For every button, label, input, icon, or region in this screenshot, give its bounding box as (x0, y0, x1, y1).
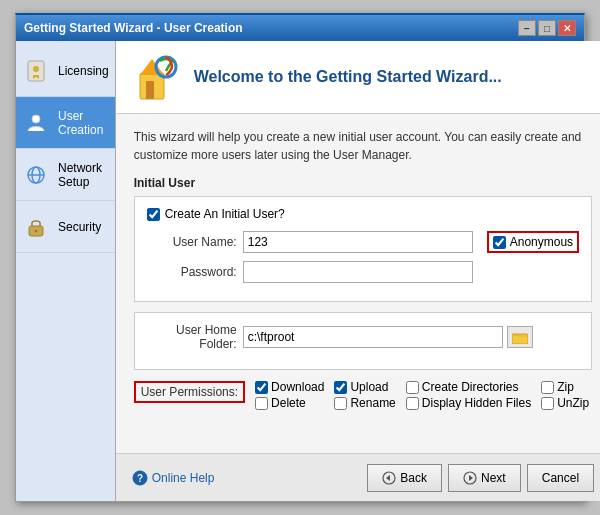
perm-hidden-files-label: Display Hidden Files (422, 396, 531, 410)
next-label: Next (481, 471, 506, 485)
user-creation-icon (22, 109, 50, 137)
create-user-label: Create An Initial User? (165, 207, 285, 221)
svg-point-1 (33, 66, 39, 72)
perm-delete-checkbox[interactable] (255, 397, 268, 410)
permissions-label: User Permissions: (134, 381, 245, 403)
username-row: User Name: Anonymous (147, 231, 579, 253)
footer-buttons: Back Next Cancel (367, 464, 594, 492)
svg-rect-9 (146, 81, 154, 99)
anonymous-checkbox[interactable] (493, 236, 506, 249)
perm-download-checkbox[interactable] (255, 381, 268, 394)
titlebar-controls: − □ ✕ (518, 20, 576, 36)
permissions-grid: Download Upload Create Directories (255, 380, 592, 410)
sidebar-item-licensing[interactable]: Licensing (16, 45, 115, 97)
anonymous-checkbox-container: Anonymous (487, 231, 579, 253)
password-row: Password: (147, 261, 579, 283)
perm-unzip-checkbox[interactable] (541, 397, 554, 410)
perm-hidden-files: Display Hidden Files (406, 396, 531, 410)
description-text: This wizard will help you create a new i… (134, 128, 592, 164)
password-label: Password: (147, 265, 237, 279)
perm-hidden-files-checkbox[interactable] (406, 397, 419, 410)
titlebar: Getting Started Wizard - User Creation −… (16, 15, 584, 41)
welcome-title: Welcome to the Getting Started Wizard... (194, 68, 502, 86)
main-window: Getting Started Wizard - User Creation −… (15, 13, 585, 502)
next-button[interactable]: Next (448, 464, 521, 492)
minimize-button[interactable]: − (518, 20, 536, 36)
create-user-row: Create An Initial User? (147, 207, 579, 221)
perm-download: Download (255, 380, 324, 394)
next-icon (463, 471, 477, 485)
perm-rename-checkbox[interactable] (334, 397, 347, 410)
sidebar-security-label: Security (58, 220, 101, 234)
svg-text:?: ? (137, 473, 143, 484)
back-label: Back (400, 471, 427, 485)
permissions-row: User Permissions: Download Upload Cre (134, 380, 592, 410)
sidebar: Licensing User Creation (16, 41, 116, 501)
folder-browse-icon (512, 330, 528, 344)
perm-zip-checkbox[interactable] (541, 381, 554, 394)
username-label: User Name: (147, 235, 237, 249)
browse-folder-button[interactable] (507, 326, 533, 348)
sidebar-user-creation-label: User Creation (58, 109, 109, 137)
anonymous-label: Anonymous (510, 235, 573, 249)
home-folder-form: User Home Folder: (134, 312, 592, 370)
svg-point-2 (32, 115, 40, 123)
svg-marker-16 (386, 475, 390, 481)
back-button[interactable]: Back (367, 464, 442, 492)
perm-download-label: Download (271, 380, 324, 394)
perm-delete-label: Delete (271, 396, 306, 410)
security-icon (22, 213, 50, 241)
svg-point-7 (35, 229, 38, 232)
sidebar-item-network-setup[interactable]: Network Setup (16, 149, 115, 201)
cancel-button[interactable]: Cancel (527, 464, 594, 492)
online-help-link[interactable]: ? Online Help (132, 470, 215, 486)
folder-row (243, 326, 533, 348)
back-icon (382, 471, 396, 485)
perm-create-dirs-label: Create Directories (422, 380, 519, 394)
password-input[interactable] (243, 261, 473, 283)
perm-upload-checkbox[interactable] (334, 381, 347, 394)
perm-zip-label: Zip (557, 380, 574, 394)
home-folder-row: User Home Folder: (147, 323, 579, 351)
initial-user-section-title: Initial User (134, 176, 592, 190)
sidebar-licensing-label: Licensing (58, 64, 109, 78)
home-folder-label: User Home Folder: (147, 323, 237, 351)
perm-rename: Rename (334, 396, 395, 410)
perm-upload: Upload (334, 380, 395, 394)
perm-create-dirs-checkbox[interactable] (406, 381, 419, 394)
perm-upload-label: Upload (350, 380, 388, 394)
main-body: This wizard will help you create a new i… (116, 114, 600, 453)
perm-unzip: UnZip (541, 396, 592, 410)
username-input[interactable] (243, 231, 473, 253)
cancel-label: Cancel (542, 471, 579, 485)
licensing-icon (22, 57, 50, 85)
welcome-header: Welcome to the Getting Started Wizard... (116, 41, 600, 114)
window-title: Getting Started Wizard - User Creation (24, 21, 243, 35)
sidebar-network-setup-label: Network Setup (58, 161, 109, 189)
close-button[interactable]: ✕ (558, 20, 576, 36)
sidebar-item-security[interactable]: Security (16, 201, 115, 253)
main-panel: Welcome to the Getting Started Wizard...… (116, 41, 600, 501)
perm-delete: Delete (255, 396, 324, 410)
perm-zip: Zip (541, 380, 592, 394)
perm-unzip-label: UnZip (557, 396, 589, 410)
create-user-checkbox[interactable] (147, 208, 160, 221)
help-icon: ? (132, 470, 148, 486)
wizard-icon (132, 53, 180, 101)
window-content: Licensing User Creation (16, 41, 584, 501)
sidebar-item-user-creation[interactable]: User Creation (16, 97, 115, 149)
network-setup-icon (22, 161, 50, 189)
home-folder-input[interactable] (243, 326, 503, 348)
perm-rename-label: Rename (350, 396, 395, 410)
online-help-label: Online Help (152, 471, 215, 485)
perm-create-dirs: Create Directories (406, 380, 531, 394)
initial-user-form: Create An Initial User? User Name: Anony… (134, 196, 592, 302)
svg-marker-18 (469, 475, 473, 481)
footer: ? Online Help Back (116, 453, 600, 501)
maximize-button[interactable]: □ (538, 20, 556, 36)
